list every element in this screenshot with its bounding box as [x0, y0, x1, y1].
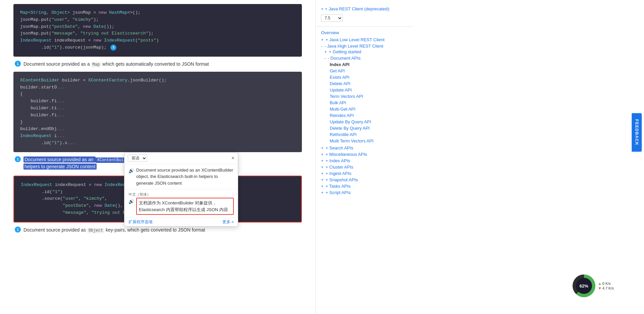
- network-speeds: ▲ 0 K/s ▼ 4.7 K/s: [598, 281, 614, 290]
- sidebar-low-level-link[interactable]: + + Java Low Level REST Client: [321, 37, 407, 42]
- sidebar-script-apis[interactable]: + + Script APIs: [321, 190, 407, 195]
- language-select[interactable]: 英语: [128, 154, 147, 162]
- code-line: builder.endObj...: [20, 126, 295, 133]
- sidebar-divider-1: [316, 26, 413, 27]
- code-line: .id("1").source(jsonMap); 1: [20, 44, 295, 51]
- callout-badge-ref-2: 1: [15, 156, 21, 162]
- feedback-tab[interactable]: FEEDBACK: [632, 113, 642, 152]
- code-line: jsonMap.put("postDate", new Date());: [20, 23, 295, 30]
- sidebar-high-level-group: - - Java High Level REST Client + + Gett…: [316, 43, 413, 145]
- sidebar-get-api[interactable]: Get API: [330, 68, 407, 74]
- code-line: IndexRequest i...: [20, 133, 295, 140]
- annotation-1-code: Map: [91, 62, 101, 67]
- sidebar-misc-apis-group: + + Miscellaneous APIs: [316, 151, 413, 158]
- sidebar-low-level-group: + + Java Low Level REST Client: [316, 37, 413, 43]
- sidebar-term-vectors-api[interactable]: Term Vectors API: [330, 93, 407, 100]
- network-download: 4.7 K/s: [602, 286, 614, 290]
- plus-icon-low: +: [321, 37, 324, 42]
- popup-header: 英语 ×: [124, 152, 238, 164]
- code-line: .id("1").s...: [20, 140, 295, 147]
- sidebar-bulk-api[interactable]: Bulk API: [330, 100, 407, 106]
- code-block-2-container: XContentBuilder builder = XContentFactor…: [13, 72, 302, 152]
- sidebar-tasks-apis[interactable]: + + Tasks APIs: [321, 184, 407, 189]
- sidebar: + + Java REST Client (deprecated): 7.5 O…: [315, 0, 413, 314]
- sidebar-delete-api[interactable]: Delete API: [330, 80, 407, 87]
- sidebar-multi-get-api[interactable]: Multi-Get API: [330, 106, 407, 112]
- code-line: Map<String, Object> jsonMap = new HashMa…: [20, 9, 295, 16]
- sidebar-delete-by-query-api[interactable]: Delete By Query API: [330, 125, 407, 131]
- translation-popup[interactable]: 英语 × 🔊 Document source provided as an XC…: [124, 152, 238, 227]
- callout-badge-ref-3: 1: [15, 227, 21, 233]
- popup-zh-translated: 文档源作为 XContentBuilder 对象提供，Elasticsearch…: [136, 198, 234, 215]
- plus-icon-ingest: +: [321, 171, 324, 176]
- minus-icon-high: -: [321, 44, 322, 49]
- minus-icon-doc-apis: -: [324, 56, 326, 61]
- sidebar-overview-link[interactable]: Overview: [316, 29, 413, 37]
- annotation-3-code: Object: [87, 228, 104, 233]
- sidebar-misc-apis[interactable]: + + Miscellaneous APIs: [321, 152, 407, 157]
- network-download-row: ▼ 4.7 K/s: [598, 286, 614, 290]
- main-content: Map<String, Object> jsonMap = new HashMa…: [0, 0, 315, 314]
- sidebar-cluster-apis-group: + + Cluster APIs: [316, 164, 413, 170]
- sidebar-high-level-sub: + + Getting started - - Document APIs In…: [321, 49, 407, 144]
- code-line: builder.fi...: [20, 112, 295, 119]
- speaker-icon-zh[interactable]: 🔊: [128, 198, 134, 205]
- sidebar-multi-term-vectors-api[interactable]: Multi Term Vectors API: [330, 138, 407, 144]
- popup-extension-options[interactable]: 扩展程序选项: [128, 219, 153, 225]
- plus-icon-tasks: +: [321, 184, 324, 189]
- popup-en-section: 🔊 Document source provided as an XConten…: [124, 164, 238, 190]
- popup-zh-section: 中文（简体） 🔊 文档源作为 XContentBuilder 对象提供，Elas…: [124, 189, 238, 218]
- code-line: {: [20, 91, 295, 98]
- annotation-3-row: 1 Document source provided as Object key…: [13, 227, 302, 234]
- sidebar-java-rest-deprecated[interactable]: + + Java REST Client (deprecated):: [321, 5, 407, 12]
- annotation-2-highlight-end: helpers to generate JSON content: [23, 164, 97, 170]
- speaker-icon-en[interactable]: 🔊: [128, 167, 134, 174]
- version-select[interactable]: 7.5: [321, 14, 343, 22]
- callout-badge-1: 1: [110, 45, 116, 51]
- code-line: }: [20, 119, 295, 126]
- network-upload-row: ▲ 0 K/s: [598, 281, 614, 286]
- sidebar-version-row: 7.5: [316, 14, 413, 24]
- code-block-2: XContentBuilder builder = XContentFactor…: [13, 72, 302, 152]
- callout-badge-ref-1: 1: [15, 61, 21, 67]
- popup-footer: 扩展程序选项 更多 »: [124, 218, 238, 226]
- plus-icon-search: +: [321, 145, 324, 150]
- code-line: XContentBuilder builder = XContentFactor…: [20, 77, 295, 84]
- sidebar-getting-started[interactable]: + + Getting started: [324, 49, 407, 55]
- sidebar-index-api: Index API: [330, 61, 407, 68]
- sidebar-exists-api[interactable]: Exists API: [330, 74, 407, 80]
- sidebar-snapshot-apis-group: + + Snapshot APIs: [316, 177, 413, 183]
- annotation-1-text: Document source provided as a Map which …: [23, 61, 209, 68]
- code-block-1: Map<String, Object> jsonMap = new HashMa…: [13, 4, 302, 57]
- popup-zh-lang-label: 中文（简体）: [128, 192, 234, 197]
- popup-zh-text: 🔊 文档源作为 XContentBuilder 对象提供，Elasticsear…: [128, 198, 234, 215]
- download-icon: ▼: [598, 286, 602, 290]
- code-line: builder.ti...: [20, 105, 295, 112]
- sidebar-search-apis-group: + + Search APIs: [316, 145, 413, 151]
- sidebar-update-api[interactable]: Update API: [330, 87, 407, 93]
- network-upload: 0 K/s: [602, 281, 611, 286]
- sidebar-snapshot-apis[interactable]: + + Snapshot APIs: [321, 177, 407, 182]
- network-circle: 62%: [573, 274, 595, 297]
- sidebar-search-apis[interactable]: + + Search APIs: [321, 145, 407, 150]
- annotation-1-row: 1 Document source provided as a Map whic…: [13, 61, 302, 68]
- popup-more-link[interactable]: 更多 »: [222, 219, 234, 225]
- sidebar-script-apis-group: + + Script APIs: [316, 189, 413, 196]
- plus-icon-misc: +: [321, 152, 324, 157]
- code-line: builder.fi...: [20, 98, 295, 105]
- sidebar-index-apis[interactable]: + + Index APIs: [321, 158, 407, 163]
- code-line: builder.startO...: [20, 84, 295, 91]
- popup-close-button[interactable]: ×: [231, 155, 234, 161]
- sidebar-ingest-apis[interactable]: + + Ingest APIs: [321, 171, 407, 176]
- sidebar-document-apis[interactable]: - - Document APIs: [324, 55, 407, 61]
- sidebar-deprecated-section: + + Java REST Client (deprecated):: [316, 3, 413, 14]
- sidebar-reindex-api[interactable]: Reindex API: [330, 112, 407, 119]
- sidebar-high-level-title[interactable]: - - Java High Level REST Client: [321, 44, 407, 49]
- sidebar-rethrottle-api[interactable]: Rethrottle API: [330, 131, 407, 138]
- network-inner: 62%: [576, 278, 592, 294]
- annotation-2-highlight-start: Document source provided as an: [23, 156, 96, 163]
- plus-icon-index: +: [321, 158, 324, 163]
- sidebar-cluster-apis[interactable]: + + Cluster APIs: [321, 165, 407, 170]
- sidebar-update-by-query-api[interactable]: Update By Query API: [330, 119, 407, 125]
- plus-icon-cluster: +: [321, 165, 324, 170]
